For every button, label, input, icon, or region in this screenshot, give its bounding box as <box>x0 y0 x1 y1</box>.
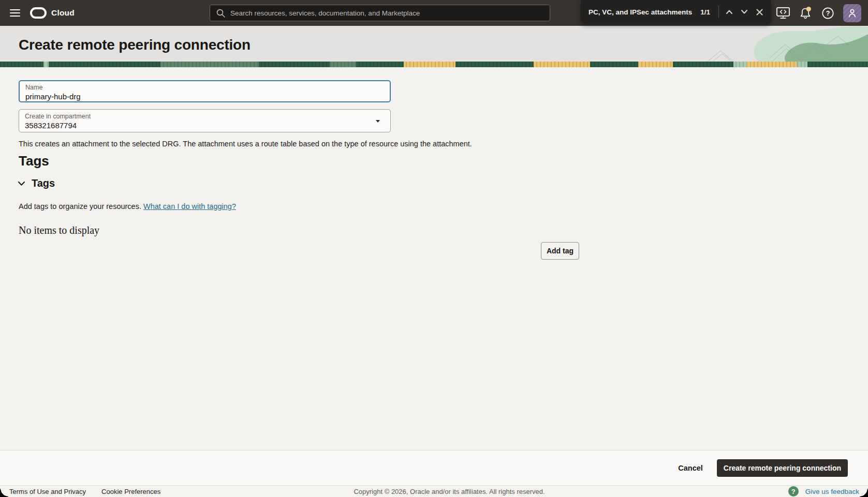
create-rpc-form: Name primary-hub-drg Create in compartme… <box>0 67 868 450</box>
profile-avatar-button[interactable] <box>843 4 861 22</box>
find-next-button[interactable] <box>740 5 748 19</box>
caret-down-icon <box>376 120 380 123</box>
tags-hint-text: Add tags to organize your resources. <box>19 202 143 210</box>
page-header-band: Create remote peering connection <box>0 26 868 62</box>
compartment-select[interactable]: Create in compartment 358321687794 <box>19 109 391 132</box>
tags-section-heading: Tags <box>19 153 49 169</box>
oracle-o-logo-icon[interactable] <box>30 7 47 19</box>
close-icon <box>756 9 763 16</box>
page-title: Create remote peering connection <box>19 37 251 53</box>
create-remote-peering-connection-button[interactable]: Create remote peering connection <box>717 459 848 477</box>
feedback-question-icon[interactable]: ? <box>788 486 799 496</box>
hamburger-menu-icon[interactable] <box>10 9 20 17</box>
tags-panel-heading: Tags <box>32 177 55 189</box>
name-field[interactable]: Name primary-hub-drg <box>19 80 391 102</box>
form-action-bar: Cancel Create remote peering connection <box>0 450 868 485</box>
tagging-help-link[interactable]: What can I do with tagging? <box>143 202 236 210</box>
notifications-button[interactable] <box>799 6 812 20</box>
terms-link[interactable]: Terms of Use and Privacy <box>9 488 86 495</box>
magnifier-icon <box>216 9 225 18</box>
name-field-value[interactable]: primary-hub-drg <box>25 92 384 101</box>
findbar-divider <box>718 6 719 18</box>
tags-empty-message: No items to display <box>19 224 99 236</box>
find-in-page-bar: PC, VC, and IPSec attachments 1/1 <box>581 0 771 24</box>
decorative-leaf-art <box>697 26 868 62</box>
chevron-up-icon <box>726 9 733 14</box>
feedback-link[interactable]: Give us feedback <box>805 488 859 495</box>
find-close-button[interactable] <box>756 5 763 19</box>
decorative-pattern-strip <box>0 62 868 67</box>
person-avatar-icon <box>847 8 858 19</box>
cancel-button[interactable]: Cancel <box>678 464 703 472</box>
tags-hint: Add tags to organize your resources. Wha… <box>19 202 236 210</box>
attachment-description: This creates an attachment to the select… <box>19 140 472 148</box>
question-circle-icon: ? <box>822 7 834 19</box>
add-tag-button[interactable]: Add tag <box>541 242 579 260</box>
compartment-value: 358321687794 <box>25 121 385 130</box>
cloud-shell-button[interactable] <box>776 6 790 20</box>
topbar-right-icons: ? <box>776 0 868 26</box>
name-field-label: Name <box>25 84 384 92</box>
find-match-count: 1/1 <box>700 8 710 16</box>
find-previous-button[interactable] <box>726 5 733 19</box>
help-button[interactable]: ? <box>821 6 834 20</box>
brand-label: Cloud <box>51 8 75 18</box>
search-input[interactable] <box>230 9 550 17</box>
bell-icon <box>799 6 812 20</box>
compartment-label: Create in compartment <box>25 113 385 121</box>
find-query-text: PC, VC, and IPSec attachments <box>589 8 692 16</box>
code-monitor-icon <box>776 7 790 19</box>
chevron-down-icon <box>18 181 25 186</box>
page-footer: Terms of Use and Privacy Cookie Preferen… <box>0 485 868 497</box>
cookie-preferences-link[interactable]: Cookie Preferences <box>101 488 160 495</box>
global-search[interactable] <box>210 5 550 21</box>
notification-badge-dot <box>806 7 811 11</box>
svg-text:?: ? <box>826 10 830 17</box>
copyright-text: Copyright © 2026, Oracle and/or its affi… <box>354 488 545 495</box>
chevron-down-icon <box>741 9 748 14</box>
tags-panel-toggle[interactable]: Tags <box>18 177 55 189</box>
